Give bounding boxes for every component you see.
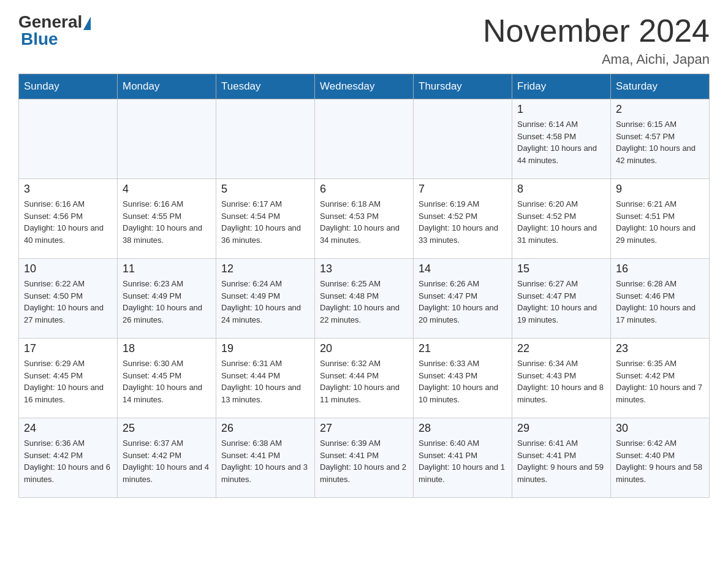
calendar-cell: 14Sunrise: 6:26 AMSunset: 4:47 PMDayligh… — [414, 259, 512, 339]
day-number: 2 — [616, 103, 704, 116]
day-info: Sunrise: 6:20 AMSunset: 4:52 PMDaylight:… — [517, 198, 605, 246]
day-info: Sunrise: 6:42 AMSunset: 4:40 PMDaylight:… — [616, 437, 704, 485]
day-number: 22 — [517, 342, 605, 355]
day-info: Sunrise: 6:15 AMSunset: 4:57 PMDaylight:… — [616, 118, 704, 166]
calendar-cell: 8Sunrise: 6:20 AMSunset: 4:52 PMDaylight… — [512, 179, 611, 259]
day-number: 11 — [123, 262, 211, 275]
day-info: Sunrise: 6:25 AMSunset: 4:48 PMDaylight:… — [320, 278, 408, 326]
day-info: Sunrise: 6:22 AMSunset: 4:50 PMDaylight:… — [24, 278, 112, 326]
calendar-cell: 15Sunrise: 6:27 AMSunset: 4:47 PMDayligh… — [512, 259, 611, 339]
calendar-cell: 11Sunrise: 6:23 AMSunset: 4:49 PMDayligh… — [118, 259, 216, 339]
day-info: Sunrise: 6:32 AMSunset: 4:44 PMDaylight:… — [320, 358, 408, 405]
day-info: Sunrise: 6:31 AMSunset: 4:44 PMDaylight:… — [221, 358, 309, 405]
day-info: Sunrise: 6:41 AMSunset: 4:41 PMDaylight:… — [517, 437, 605, 485]
day-info: Sunrise: 6:29 AMSunset: 4:45 PMDaylight:… — [24, 358, 112, 405]
day-number: 29 — [517, 422, 605, 435]
calendar-cell — [315, 99, 414, 179]
day-info: Sunrise: 6:26 AMSunset: 4:47 PMDaylight:… — [419, 278, 507, 326]
calendar-week-row: 17Sunrise: 6:29 AMSunset: 4:45 PMDayligh… — [19, 339, 710, 418]
day-info: Sunrise: 6:34 AMSunset: 4:43 PMDaylight:… — [517, 358, 605, 405]
day-number: 9 — [616, 183, 704, 196]
day-number: 18 — [123, 342, 211, 355]
weekday-header-friday: Friday — [512, 74, 611, 99]
calendar-cell: 20Sunrise: 6:32 AMSunset: 4:44 PMDayligh… — [315, 339, 414, 418]
calendar-cell: 27Sunrise: 6:39 AMSunset: 4:41 PMDayligh… — [315, 418, 414, 498]
day-number: 6 — [320, 183, 408, 196]
day-info: Sunrise: 6:14 AMSunset: 4:58 PMDaylight:… — [517, 118, 605, 166]
calendar-cell — [19, 99, 118, 179]
calendar-week-row: 24Sunrise: 6:36 AMSunset: 4:42 PMDayligh… — [19, 418, 710, 498]
day-info: Sunrise: 6:18 AMSunset: 4:53 PMDaylight:… — [320, 198, 408, 246]
day-info: Sunrise: 6:38 AMSunset: 4:41 PMDaylight:… — [221, 437, 309, 485]
weekday-header-thursday: Thursday — [414, 74, 512, 99]
day-info: Sunrise: 6:21 AMSunset: 4:51 PMDaylight:… — [616, 198, 704, 246]
day-info: Sunrise: 6:35 AMSunset: 4:42 PMDaylight:… — [616, 358, 704, 405]
weekday-header-wednesday: Wednesday — [315, 74, 414, 99]
day-number: 12 — [221, 262, 309, 275]
day-info: Sunrise: 6:16 AMSunset: 4:55 PMDaylight:… — [123, 198, 211, 246]
day-info: Sunrise: 6:36 AMSunset: 4:42 PMDaylight:… — [24, 437, 112, 485]
day-number: 24 — [24, 422, 112, 435]
day-number: 26 — [221, 422, 309, 435]
calendar-week-row: 3Sunrise: 6:16 AMSunset: 4:56 PMDaylight… — [19, 179, 710, 259]
page-header: General Blue November 2024 Ama, Aichi, J… — [18, 12, 710, 67]
calendar-cell: 17Sunrise: 6:29 AMSunset: 4:45 PMDayligh… — [19, 339, 118, 418]
location-text: Ama, Aichi, Japan — [483, 52, 710, 67]
calendar-cell: 6Sunrise: 6:18 AMSunset: 4:53 PMDaylight… — [315, 179, 414, 259]
calendar-cell: 21Sunrise: 6:33 AMSunset: 4:43 PMDayligh… — [414, 339, 512, 418]
day-number: 16 — [616, 262, 704, 275]
calendar-cell: 28Sunrise: 6:40 AMSunset: 4:41 PMDayligh… — [414, 418, 512, 498]
day-number: 3 — [24, 183, 112, 196]
calendar-table: SundayMondayTuesdayWednesdayThursdayFrid… — [18, 74, 710, 498]
calendar-cell: 7Sunrise: 6:19 AMSunset: 4:52 PMDaylight… — [414, 179, 512, 259]
day-info: Sunrise: 6:40 AMSunset: 4:41 PMDaylight:… — [419, 437, 507, 485]
day-number: 27 — [320, 422, 408, 435]
day-info: Sunrise: 6:39 AMSunset: 4:41 PMDaylight:… — [320, 437, 408, 485]
day-info: Sunrise: 6:28 AMSunset: 4:46 PMDaylight:… — [616, 278, 704, 326]
logo-triangle-icon — [83, 17, 91, 30]
day-number: 15 — [517, 262, 605, 275]
calendar-cell — [216, 99, 315, 179]
calendar-cell: 18Sunrise: 6:30 AMSunset: 4:45 PMDayligh… — [118, 339, 216, 418]
day-number: 7 — [419, 183, 507, 196]
calendar-cell: 2Sunrise: 6:15 AMSunset: 4:57 PMDaylight… — [611, 99, 710, 179]
weekday-header-sunday: Sunday — [19, 74, 118, 99]
day-number: 4 — [123, 183, 211, 196]
calendar-cell — [414, 99, 512, 179]
day-number: 10 — [24, 262, 112, 275]
day-number: 20 — [320, 342, 408, 355]
weekday-header-saturday: Saturday — [611, 74, 710, 99]
calendar-cell: 5Sunrise: 6:17 AMSunset: 4:54 PMDaylight… — [216, 179, 315, 259]
calendar-cell: 19Sunrise: 6:31 AMSunset: 4:44 PMDayligh… — [216, 339, 315, 418]
day-number: 25 — [123, 422, 211, 435]
day-number: 21 — [419, 342, 507, 355]
title-section: November 2024 Ama, Aichi, Japan — [483, 12, 710, 67]
day-info: Sunrise: 6:33 AMSunset: 4:43 PMDaylight:… — [419, 358, 507, 405]
day-number: 19 — [221, 342, 309, 355]
day-info: Sunrise: 6:17 AMSunset: 4:54 PMDaylight:… — [221, 198, 309, 246]
calendar-cell: 12Sunrise: 6:24 AMSunset: 4:49 PMDayligh… — [216, 259, 315, 339]
calendar-cell: 24Sunrise: 6:36 AMSunset: 4:42 PMDayligh… — [19, 418, 118, 498]
calendar-cell: 25Sunrise: 6:37 AMSunset: 4:42 PMDayligh… — [118, 418, 216, 498]
day-number: 30 — [616, 422, 704, 435]
day-info: Sunrise: 6:30 AMSunset: 4:45 PMDaylight:… — [123, 358, 211, 405]
day-info: Sunrise: 6:19 AMSunset: 4:52 PMDaylight:… — [419, 198, 507, 246]
day-number: 14 — [419, 262, 507, 275]
calendar-cell: 3Sunrise: 6:16 AMSunset: 4:56 PMDaylight… — [19, 179, 118, 259]
day-number: 1 — [517, 103, 605, 116]
calendar-cell: 1Sunrise: 6:14 AMSunset: 4:58 PMDaylight… — [512, 99, 611, 179]
day-number: 5 — [221, 183, 309, 196]
calendar-week-row: 1Sunrise: 6:14 AMSunset: 4:58 PMDaylight… — [19, 99, 710, 179]
calendar-cell: 30Sunrise: 6:42 AMSunset: 4:40 PMDayligh… — [611, 418, 710, 498]
day-number: 17 — [24, 342, 112, 355]
calendar-cell: 29Sunrise: 6:41 AMSunset: 4:41 PMDayligh… — [512, 418, 611, 498]
calendar-cell: 13Sunrise: 6:25 AMSunset: 4:48 PMDayligh… — [315, 259, 414, 339]
calendar-cell: 16Sunrise: 6:28 AMSunset: 4:46 PMDayligh… — [611, 259, 710, 339]
weekday-header-tuesday: Tuesday — [216, 74, 315, 99]
calendar-cell — [118, 99, 216, 179]
logo: General Blue — [18, 12, 91, 49]
day-info: Sunrise: 6:16 AMSunset: 4:56 PMDaylight:… — [24, 198, 112, 246]
day-info: Sunrise: 6:27 AMSunset: 4:47 PMDaylight:… — [517, 278, 605, 326]
calendar-cell: 4Sunrise: 6:16 AMSunset: 4:55 PMDaylight… — [118, 179, 216, 259]
day-number: 28 — [419, 422, 507, 435]
